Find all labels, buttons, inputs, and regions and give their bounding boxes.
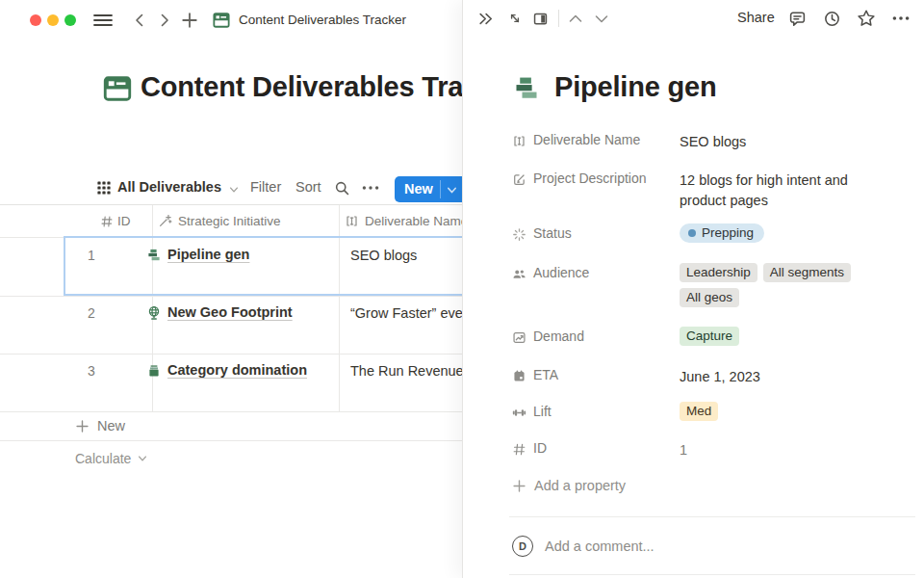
people-icon [512, 267, 526, 281]
hash-icon [512, 442, 526, 457]
row-initiative-link[interactable]: Pipeline gen [167, 247, 249, 262]
row-initiative-cell[interactable]: New Geo Footprint [146, 304, 293, 321]
row-id: 1 [77, 248, 106, 263]
new-row-button[interactable]: New [75, 418, 125, 434]
property-id[interactable]: ID [512, 440, 547, 457]
view-tab-all-deliverables[interactable]: All Deliverables [117, 179, 221, 195]
close-peek-icon[interactable] [477, 11, 494, 27]
forward-icon[interactable] [157, 13, 172, 28]
expand-diagonal-icon[interactable] [507, 11, 523, 26]
globe-icon [146, 305, 162, 321]
column-header-label: ID [117, 214, 131, 228]
share-button[interactable]: Share [737, 10, 775, 25]
funnel-icon [146, 248, 162, 263]
column-header-deliverable[interactable]: Deliverable Name [345, 214, 468, 228]
property-project-description-value[interactable]: 12 blogs for high intent and product pag… [680, 171, 872, 211]
property-eta[interactable]: ETA [512, 367, 558, 383]
calendar-icon [512, 369, 526, 383]
property-audience-value[interactable]: Leadership All segments All geos [680, 263, 868, 307]
audience-tag: All geos [680, 288, 739, 307]
more-icon[interactable] [892, 15, 910, 21]
add-property-label: Add a property [534, 478, 626, 493]
row-id: 2 [77, 305, 106, 321]
edit-icon [512, 172, 526, 187]
comments-icon[interactable] [788, 10, 807, 28]
property-label: Status [533, 225, 572, 242]
titlebar: Content Deliverables Tracker [0, 0, 462, 40]
dumbbell-icon [512, 406, 526, 420]
property-label: Project Description [533, 171, 647, 187]
property-demand[interactable]: Demand [512, 328, 584, 345]
property-label: Lift [533, 404, 552, 420]
plus-icon [512, 479, 526, 493]
side-peek-icon[interactable] [532, 11, 549, 27]
property-label: ETA [533, 367, 558, 383]
record-icon-funnel[interactable] [512, 74, 541, 103]
property-status[interactable]: Status [512, 225, 572, 242]
chevron-down-icon[interactable] [446, 184, 458, 197]
sort-button[interactable]: Sort [295, 179, 321, 195]
comment-input[interactable]: Add a comment... [545, 539, 654, 554]
close-window-button[interactable] [30, 14, 41, 26]
new-button-divider [440, 180, 441, 198]
demand-tag: Capture [680, 327, 739, 346]
row-deliverable[interactable]: The Run Revenue S [350, 363, 476, 379]
new-tab-icon[interactable] [181, 12, 198, 29]
status-badge-label: Prepping [702, 225, 754, 241]
row-initiative-cell[interactable]: Category domination [146, 362, 307, 379]
status-dot [688, 229, 696, 237]
audience-tag: All segments [763, 263, 851, 282]
row-initiative-cell[interactable]: Pipeline gen [146, 247, 249, 263]
record-title[interactable]: Pipeline gen [554, 71, 716, 103]
trend-chart-icon [512, 330, 526, 345]
text-field-icon [345, 214, 359, 228]
comment-row[interactable]: D Add a comment... [512, 536, 654, 557]
row-deliverable[interactable]: SEO blogs [350, 248, 417, 263]
row-initiative-link[interactable]: New Geo Footprint [167, 304, 293, 320]
property-demand-value[interactable]: Capture [680, 327, 739, 346]
back-icon[interactable] [132, 13, 147, 28]
property-project-description[interactable]: Project Description [512, 171, 647, 187]
column-header-id[interactable]: ID [100, 214, 131, 228]
calculate-label: Calculate [75, 451, 131, 466]
text-field-icon [512, 134, 526, 148]
grid-view-icon[interactable] [96, 180, 112, 196]
property-lift-value[interactable]: Med [680, 402, 718, 421]
chevron-down-icon [228, 184, 240, 196]
row-deliverable[interactable]: “Grow Faster” eve [350, 305, 463, 321]
hamburger-menu-icon[interactable] [93, 13, 113, 28]
previous-record-icon[interactable] [568, 13, 583, 25]
property-id-value[interactable]: 1 [680, 440, 687, 460]
column-header-label: Deliverable Name [365, 214, 468, 228]
zoom-window-button[interactable] [64, 14, 76, 26]
search-icon[interactable] [334, 180, 350, 197]
column-header-label: Strategic Initiative [178, 214, 281, 228]
updates-clock-icon[interactable] [823, 10, 841, 28]
property-audience[interactable]: Audience [512, 265, 589, 281]
column-header-initiative[interactable]: Strategic Initiative [158, 214, 281, 228]
property-label: Audience [533, 265, 589, 281]
new-button[interactable]: New [395, 176, 470, 202]
property-deliverable-name-value[interactable]: SEO blogs [680, 132, 746, 152]
topbar-divider [558, 10, 559, 27]
property-lift[interactable]: Lift [512, 404, 552, 420]
minimize-window-button[interactable] [47, 14, 59, 26]
row-initiative-link[interactable]: Category domination [167, 362, 307, 378]
avatar: D [512, 536, 533, 557]
comment-section-divider [509, 516, 915, 517]
hash-icon [100, 215, 114, 228]
calculate-button[interactable]: Calculate [75, 451, 148, 466]
comment-bottom-divider [509, 574, 915, 575]
add-property-button[interactable]: Add a property [512, 478, 626, 493]
lift-tag: Med [680, 402, 718, 421]
property-eta-value[interactable]: June 1, 2023 [680, 367, 760, 387]
row-id: 3 [77, 363, 106, 379]
filter-button[interactable]: Filter [250, 179, 281, 195]
chevron-down-icon [137, 453, 148, 464]
favorite-star-icon[interactable] [857, 9, 876, 28]
next-record-icon[interactable] [594, 13, 609, 25]
property-status-value[interactable]: Prepping [680, 223, 764, 243]
page-icon[interactable] [103, 74, 132, 103]
property-deliverable-name[interactable]: Deliverable Name [512, 132, 640, 148]
more-icon[interactable] [362, 185, 379, 191]
